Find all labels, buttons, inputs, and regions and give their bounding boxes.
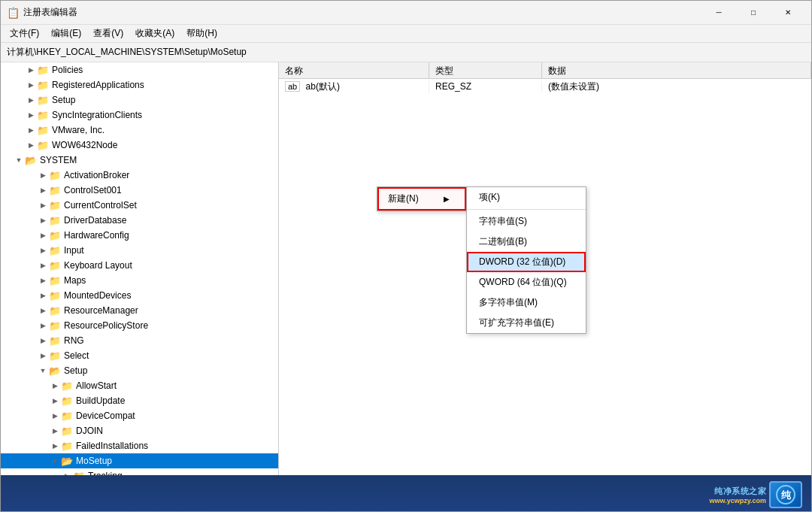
tree-label: ActivationBroker xyxy=(64,170,129,180)
tree-item-rng[interactable]: ▶ 📁 RNG xyxy=(1,333,278,348)
header-type: 类型 xyxy=(429,62,542,78)
menu-view[interactable]: 查看(V) xyxy=(87,26,129,41)
tree-item-currentcontrolset[interactable]: ▶ 📁 CurrentControlSet xyxy=(1,198,278,213)
menu-edit[interactable]: 编辑(E) xyxy=(45,26,87,41)
new-label: 新建(N) xyxy=(388,192,419,205)
expand-icon: ▶ xyxy=(37,337,49,344)
context-menu-container: 新建(N) ▶ 项(K) 字符串值(S) 二进制值(B) DWORD xyxy=(377,186,586,334)
tree-item-select[interactable]: ▶ 📁 Select xyxy=(1,348,278,363)
reg-data-cell: (数值未设置) xyxy=(542,80,811,93)
tree-item-setup2[interactable]: ▼ 📂 Setup xyxy=(1,363,278,378)
folder-icon: 📂 xyxy=(49,365,61,377)
tree-item-syncintegration[interactable]: ▶ 📁 SyncIntegrationClients xyxy=(1,108,278,123)
tree-label: Keyboard Layout xyxy=(64,260,132,271)
tree-label: ResourceManager xyxy=(64,305,138,316)
tree-item-mosetup[interactable]: ▼ 📂 MoSetup xyxy=(1,453,278,468)
tree-label: RNG xyxy=(64,335,84,346)
tree-label: ResourcePolicyStore xyxy=(64,320,148,331)
folder-icon: 📁 xyxy=(37,64,49,76)
logo-svg: 纯 xyxy=(775,484,796,505)
tree-item-vmware[interactable]: ▶ 📁 VMware, Inc. xyxy=(1,123,278,138)
menu-file[interactable]: 文件(F) xyxy=(4,26,45,41)
reg-type-cell: REG_SZ xyxy=(429,81,542,92)
tree-item-hardwareconfig[interactable]: ▶ 📁 HardwareConfig xyxy=(1,228,278,243)
tree-label: Maps xyxy=(64,275,86,286)
tree-item-devicecompat[interactable]: ▶ 📁 DeviceCompat xyxy=(1,408,278,423)
submenu-item-zifu[interactable]: 字符串值(S) xyxy=(467,211,586,232)
tree-item-tracking[interactable]: ▶ 📁 Tracking xyxy=(1,468,278,475)
expand-icon: ▶ xyxy=(25,111,37,119)
tree-label: ControlSet001 xyxy=(64,185,122,195)
tree-item-buildupdate[interactable]: ▶ 📁 BuildUpdate xyxy=(1,393,278,408)
tree-item-wow6432[interactable]: ▶ 📁 WOW6432Node xyxy=(1,138,278,153)
tree-item-system[interactable]: ▼ 📂 SYSTEM xyxy=(1,153,278,168)
context-menu-new[interactable]: 新建(N) ▶ xyxy=(377,187,466,211)
registry-editor-window: 📋 注册表编辑器 ─ □ ✕ 文件(F) 编辑(E) 查看(V) 收藏夹(A) … xyxy=(0,0,812,512)
address-text: 计算机\HKEY_LOCAL_MACHINE\SYSTEM\Setup\MoSe… xyxy=(7,46,247,59)
folder-icon: 📁 xyxy=(49,169,61,181)
folder-icon: 📁 xyxy=(49,214,61,226)
tree-item-registeredapps[interactable]: ▶ 📁 RegisteredApplications xyxy=(1,77,278,92)
expand-icon: ▼ xyxy=(37,367,49,374)
folder-icon: 📁 xyxy=(49,335,61,347)
address-bar: 计算机\HKEY_LOCAL_MACHINE\SYSTEM\Setup\MoSe… xyxy=(1,43,811,62)
window-controls: ─ □ ✕ xyxy=(701,1,805,25)
expand-icon: ▶ xyxy=(37,277,49,284)
expand-icon: ▶ xyxy=(37,262,49,269)
tree-label: CurrentControlSet xyxy=(64,200,137,211)
tree-item-djoin[interactable]: ▶ 📁 DJOIN xyxy=(1,423,278,438)
expand-icon: ▶ xyxy=(49,442,61,450)
folder-icon: 📁 xyxy=(49,350,61,362)
folder-icon: 📁 xyxy=(61,395,73,407)
taskbar: 纯净系统之家 www.ycwpzy.com 纯 xyxy=(1,475,811,511)
tree-item-activationbroker[interactable]: ▶ 📁 ActivationBroker xyxy=(1,168,278,183)
context-menu-main: 新建(N) ▶ xyxy=(377,186,467,211)
expand-icon: ▶ xyxy=(25,81,37,89)
expand-icon: ▶ xyxy=(37,217,49,224)
expand-icon: ▶ xyxy=(25,141,37,149)
tree-label: SYSTEM xyxy=(40,155,77,165)
tree-item-setup1[interactable]: ▶ 📁 Setup xyxy=(1,92,278,108)
submenu-item-kekuo[interactable]: 可扩充字符串值(E) xyxy=(467,313,586,333)
submenu-item-xiang[interactable]: 项(K) xyxy=(467,187,586,208)
tree-item-failedinstallations[interactable]: ▶ 📁 FailedInstallations xyxy=(1,438,278,453)
minimize-button[interactable]: ─ xyxy=(701,1,736,25)
menu-bar: 文件(F) 编辑(E) 查看(V) 收藏夹(A) 帮助(H) xyxy=(1,25,811,43)
expand-icon: ▶ xyxy=(49,412,61,420)
maximize-button[interactable]: □ xyxy=(736,1,771,25)
tree-label: MountedDevices xyxy=(64,290,131,301)
tree-panel[interactable]: ▶ 📁 Policies ▶ 📁 RegisteredApplications … xyxy=(1,62,279,475)
reg-name-cell: ab ab(默认) xyxy=(279,80,429,93)
tree-label: MoSetup xyxy=(76,456,112,466)
tree-item-resourcemanager[interactable]: ▶ 📁 ResourceManager xyxy=(1,303,278,318)
tree-item-mounteddevices[interactable]: ▶ 📁 MountedDevices xyxy=(1,288,278,303)
tree-item-controlset001[interactable]: ▶ 📁 ControlSet001 xyxy=(1,183,278,198)
tree-item-driverdatabase[interactable]: ▶ 📁 DriverDatabase xyxy=(1,213,278,228)
table-row[interactable]: ab ab(默认) REG_SZ (数值未设置) xyxy=(279,79,811,94)
tree-label: DJOIN xyxy=(76,426,103,436)
submenu-item-qword[interactable]: QWORD (64 位值)(Q) xyxy=(467,272,586,292)
tree-label: Setup xyxy=(52,95,75,105)
tree-item-resourcepolicystore[interactable]: ▶ 📁 ResourcePolicyStore xyxy=(1,318,278,333)
folder-icon: 📁 xyxy=(49,199,61,211)
menu-favorites[interactable]: 收藏夹(A) xyxy=(129,26,180,41)
submenu-item-duozi[interactable]: 多字符串值(M) xyxy=(467,292,586,313)
tree-item-input[interactable]: ▶ 📁 Input xyxy=(1,243,278,258)
folder-icon: 📁 xyxy=(61,380,73,392)
title-bar: 📋 注册表编辑器 ─ □ ✕ xyxy=(1,1,811,25)
registry-header: 名称 类型 数据 xyxy=(279,62,811,79)
submenu-item-erjin[interactable]: 二进制值(B) xyxy=(467,232,586,252)
tree-label: DriverDatabase xyxy=(64,215,126,226)
expand-icon: ▶ xyxy=(37,201,49,209)
tree-item-allowstart[interactable]: ▶ 📁 AllowStart xyxy=(1,378,278,393)
tree-item-maps[interactable]: ▶ 📁 Maps xyxy=(1,273,278,288)
submenu-item-dword[interactable]: DWORD (32 位值)(D) xyxy=(467,252,586,272)
expand-icon: ▶ xyxy=(49,397,61,404)
tree-label: VMware, Inc. xyxy=(52,125,105,135)
tree-item-policies[interactable]: ▶ 📁 Policies xyxy=(1,62,278,77)
folder-icon: 📁 xyxy=(37,94,49,106)
menu-help[interactable]: 帮助(H) xyxy=(180,26,223,41)
close-button[interactable]: ✕ xyxy=(771,1,805,25)
tree-label: DeviceCompat xyxy=(76,411,135,421)
tree-item-keyboardlayout[interactable]: ▶ 📁 Keyboard Layout xyxy=(1,258,278,273)
